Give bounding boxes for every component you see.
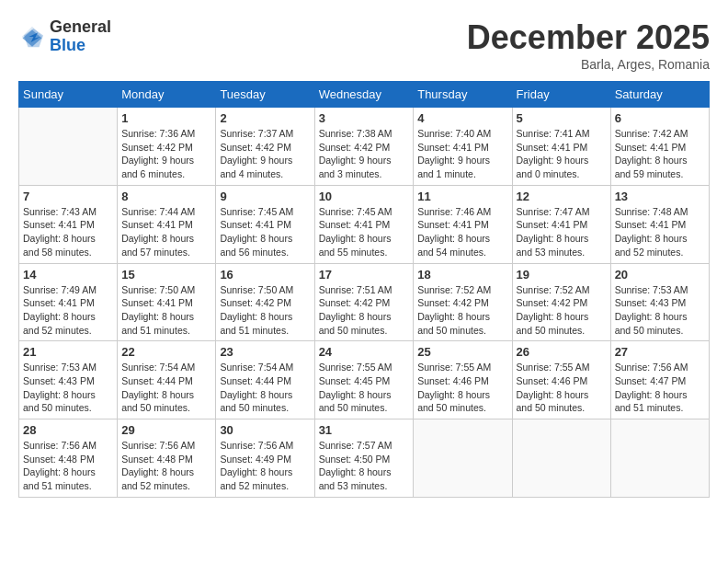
day-info: Sunrise: 7:51 AM Sunset: 4:42 PM Dayligh… bbox=[319, 283, 410, 338]
day-info: Sunrise: 7:46 AM Sunset: 4:41 PM Dayligh… bbox=[417, 205, 507, 259]
day-number: 21 bbox=[23, 345, 113, 359]
day-number: 18 bbox=[417, 268, 507, 282]
day-info: Sunrise: 7:52 AM Sunset: 4:42 PM Dayligh… bbox=[417, 283, 507, 338]
day-info: Sunrise: 7:45 AM Sunset: 4:41 PM Dayligh… bbox=[319, 205, 410, 259]
day-cell: 1Sunrise: 7:36 AM Sunset: 4:42 PM Daylig… bbox=[118, 108, 216, 186]
day-number: 1 bbox=[121, 111, 211, 125]
day-number: 23 bbox=[220, 345, 310, 359]
day-cell: 8Sunrise: 7:44 AM Sunset: 4:41 PM Daylig… bbox=[118, 185, 216, 263]
day-cell bbox=[19, 108, 118, 186]
day-cell: 15Sunrise: 7:50 AM Sunset: 4:41 PM Dayli… bbox=[118, 263, 216, 341]
week-row-3: 14Sunrise: 7:49 AM Sunset: 4:41 PM Dayli… bbox=[19, 263, 710, 341]
day-cell: 6Sunrise: 7:42 AM Sunset: 4:41 PM Daylig… bbox=[610, 108, 709, 186]
day-info: Sunrise: 7:56 AM Sunset: 4:48 PM Dayligh… bbox=[121, 439, 211, 493]
calendar-header-row: SundayMondayTuesdayWednesdayThursdayFrid… bbox=[19, 82, 710, 108]
day-info: Sunrise: 7:38 AM Sunset: 4:42 PM Dayligh… bbox=[319, 127, 410, 181]
day-info: Sunrise: 7:53 AM Sunset: 4:43 PM Dayligh… bbox=[615, 283, 705, 338]
day-info: Sunrise: 7:56 AM Sunset: 4:47 PM Dayligh… bbox=[615, 361, 705, 415]
day-cell: 2Sunrise: 7:37 AM Sunset: 4:42 PM Daylig… bbox=[216, 108, 314, 186]
day-cell: 26Sunrise: 7:55 AM Sunset: 4:46 PM Dayli… bbox=[512, 341, 610, 419]
day-cell: 30Sunrise: 7:56 AM Sunset: 4:49 PM Dayli… bbox=[216, 419, 314, 498]
day-info: Sunrise: 7:50 AM Sunset: 4:42 PM Dayligh… bbox=[220, 283, 310, 338]
logo-text: General Blue bbox=[50, 18, 111, 55]
day-number: 15 bbox=[121, 268, 211, 282]
month-title: December 2025 bbox=[467, 18, 710, 57]
day-cell: 29Sunrise: 7:56 AM Sunset: 4:48 PM Dayli… bbox=[118, 419, 216, 498]
day-info: Sunrise: 7:49 AM Sunset: 4:41 PM Dayligh… bbox=[23, 283, 113, 338]
day-info: Sunrise: 7:55 AM Sunset: 4:46 PM Dayligh… bbox=[417, 361, 507, 415]
logo: General Blue bbox=[18, 18, 111, 55]
day-number: 9 bbox=[220, 190, 310, 203]
day-number: 26 bbox=[517, 345, 607, 359]
day-cell: 10Sunrise: 7:45 AM Sunset: 4:41 PM Dayli… bbox=[314, 185, 414, 263]
day-number: 30 bbox=[220, 423, 310, 437]
day-cell: 22Sunrise: 7:54 AM Sunset: 4:44 PM Dayli… bbox=[118, 341, 216, 419]
day-cell: 18Sunrise: 7:52 AM Sunset: 4:42 PM Dayli… bbox=[414, 263, 512, 341]
day-number: 4 bbox=[417, 111, 507, 125]
day-info: Sunrise: 7:36 AM Sunset: 4:42 PM Dayligh… bbox=[121, 127, 211, 181]
day-cell: 5Sunrise: 7:41 AM Sunset: 4:41 PM Daylig… bbox=[512, 108, 610, 186]
calendar-table: SundayMondayTuesdayWednesdayThursdayFrid… bbox=[18, 81, 710, 498]
day-info: Sunrise: 7:54 AM Sunset: 4:44 PM Dayligh… bbox=[220, 361, 310, 415]
day-number: 3 bbox=[319, 111, 410, 125]
header-monday: Monday bbox=[118, 82, 216, 108]
header-tuesday: Tuesday bbox=[216, 82, 314, 108]
day-info: Sunrise: 7:42 AM Sunset: 4:41 PM Dayligh… bbox=[615, 127, 705, 181]
page-header: General Blue December 2025 Barla, Arges,… bbox=[18, 18, 710, 72]
day-number: 25 bbox=[417, 345, 507, 359]
day-cell: 13Sunrise: 7:48 AM Sunset: 4:41 PM Dayli… bbox=[610, 185, 709, 263]
day-number: 20 bbox=[615, 268, 705, 282]
header-thursday: Thursday bbox=[414, 82, 512, 108]
day-info: Sunrise: 7:56 AM Sunset: 4:48 PM Dayligh… bbox=[23, 439, 113, 493]
day-cell: 25Sunrise: 7:55 AM Sunset: 4:46 PM Dayli… bbox=[414, 341, 512, 419]
day-info: Sunrise: 7:37 AM Sunset: 4:42 PM Dayligh… bbox=[220, 127, 310, 181]
day-number: 8 bbox=[121, 190, 211, 203]
day-cell: 4Sunrise: 7:40 AM Sunset: 4:41 PM Daylig… bbox=[414, 108, 512, 186]
day-number: 7 bbox=[23, 190, 113, 203]
day-number: 17 bbox=[319, 268, 410, 282]
day-cell: 3Sunrise: 7:38 AM Sunset: 4:42 PM Daylig… bbox=[314, 108, 414, 186]
week-row-4: 21Sunrise: 7:53 AM Sunset: 4:43 PM Dayli… bbox=[19, 341, 710, 419]
day-cell bbox=[610, 419, 709, 498]
day-info: Sunrise: 7:50 AM Sunset: 4:41 PM Dayligh… bbox=[121, 283, 211, 338]
day-number: 13 bbox=[615, 190, 705, 203]
day-number: 22 bbox=[121, 345, 211, 359]
day-info: Sunrise: 7:48 AM Sunset: 4:41 PM Dayligh… bbox=[615, 205, 705, 259]
day-cell bbox=[512, 419, 610, 498]
day-info: Sunrise: 7:41 AM Sunset: 4:41 PM Dayligh… bbox=[517, 127, 607, 181]
day-cell: 9Sunrise: 7:45 AM Sunset: 4:41 PM Daylig… bbox=[216, 185, 314, 263]
day-info: Sunrise: 7:45 AM Sunset: 4:41 PM Dayligh… bbox=[220, 205, 310, 259]
week-row-2: 7Sunrise: 7:43 AM Sunset: 4:41 PM Daylig… bbox=[19, 185, 710, 263]
day-number: 12 bbox=[517, 190, 607, 203]
day-cell: 7Sunrise: 7:43 AM Sunset: 4:41 PM Daylig… bbox=[19, 185, 118, 263]
day-number: 10 bbox=[319, 190, 410, 203]
logo-icon bbox=[18, 23, 46, 51]
day-info: Sunrise: 7:44 AM Sunset: 4:41 PM Dayligh… bbox=[121, 205, 211, 259]
day-number: 6 bbox=[615, 111, 705, 125]
day-number: 24 bbox=[319, 345, 410, 359]
day-info: Sunrise: 7:56 AM Sunset: 4:49 PM Dayligh… bbox=[220, 439, 310, 493]
day-cell: 24Sunrise: 7:55 AM Sunset: 4:45 PM Dayli… bbox=[314, 341, 414, 419]
day-info: Sunrise: 7:53 AM Sunset: 4:43 PM Dayligh… bbox=[23, 361, 113, 415]
day-number: 31 bbox=[319, 423, 410, 437]
location: Barla, Arges, Romania bbox=[467, 57, 710, 72]
day-cell: 27Sunrise: 7:56 AM Sunset: 4:47 PM Dayli… bbox=[610, 341, 709, 419]
day-cell: 17Sunrise: 7:51 AM Sunset: 4:42 PM Dayli… bbox=[314, 263, 414, 341]
header-friday: Friday bbox=[512, 82, 610, 108]
header-sunday: Sunday bbox=[19, 82, 118, 108]
day-cell: 16Sunrise: 7:50 AM Sunset: 4:42 PM Dayli… bbox=[216, 263, 314, 341]
header-saturday: Saturday bbox=[610, 82, 709, 108]
logo-general: General bbox=[50, 18, 111, 37]
day-cell: 21Sunrise: 7:53 AM Sunset: 4:43 PM Dayli… bbox=[19, 341, 118, 419]
day-number: 16 bbox=[220, 268, 310, 282]
week-row-5: 28Sunrise: 7:56 AM Sunset: 4:48 PM Dayli… bbox=[19, 419, 710, 498]
day-number: 29 bbox=[121, 423, 211, 437]
day-info: Sunrise: 7:47 AM Sunset: 4:41 PM Dayligh… bbox=[517, 205, 607, 259]
day-cell: 11Sunrise: 7:46 AM Sunset: 4:41 PM Dayli… bbox=[414, 185, 512, 263]
day-cell: 20Sunrise: 7:53 AM Sunset: 4:43 PM Dayli… bbox=[610, 263, 709, 341]
day-info: Sunrise: 7:55 AM Sunset: 4:45 PM Dayligh… bbox=[319, 361, 410, 415]
day-cell bbox=[414, 419, 512, 498]
day-info: Sunrise: 7:54 AM Sunset: 4:44 PM Dayligh… bbox=[121, 361, 211, 415]
day-number: 28 bbox=[23, 423, 113, 437]
day-cell: 19Sunrise: 7:52 AM Sunset: 4:42 PM Dayli… bbox=[512, 263, 610, 341]
